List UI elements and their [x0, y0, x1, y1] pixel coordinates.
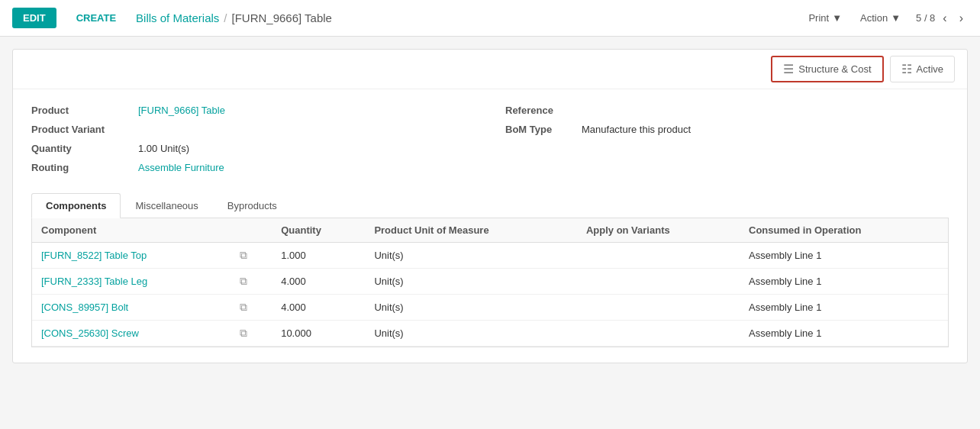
card-body: Product [FURN_9666] Table Product Varian…: [13, 89, 967, 363]
product-label: Product: [31, 105, 138, 116]
variants-cell: [577, 321, 740, 347]
table-header-row: Component Quantity Product Unit of Measu…: [32, 218, 948, 243]
pager-next-button[interactable]: ›: [955, 10, 968, 27]
breadcrumb: Bills of Materials / [FURN_9666] Table: [136, 11, 793, 24]
component-cell[interactable]: [FURN_8522] Table Top: [32, 243, 230, 269]
form-left-col: Product [FURN_9666] Table Product Varian…: [31, 105, 475, 181]
table-row[interactable]: [CONS_89957] Bolt ⧉ 4.000 Unit(s) Assemb…: [32, 295, 948, 321]
operation-cell: Assembly Line 1: [740, 295, 948, 321]
tab-byproducts[interactable]: Byproducts: [213, 193, 292, 218]
copy-icon[interactable]: ⧉: [240, 301, 247, 313]
col-variants: Apply on Variants: [577, 218, 740, 243]
pager-prev-button[interactable]: ‹: [938, 10, 951, 27]
bom-type-value: Manufacture this product: [582, 124, 691, 135]
quantity-cell: 1.000: [272, 243, 365, 269]
structure-cost-label: Structure & Cost: [798, 63, 871, 75]
routing-label: Routing: [31, 162, 138, 173]
product-value[interactable]: [FURN_9666] Table: [138, 105, 225, 116]
form-right-col: Reference BoM Type Manufacture this prod…: [505, 105, 949, 181]
action-chevron-icon: ▼: [891, 12, 901, 24]
table-row[interactable]: [CONS_25630] Screw ⧉ 10.000 Unit(s) Asse…: [32, 321, 948, 347]
product-row: Product [FURN_9666] Table: [31, 105, 475, 116]
variants-cell: [577, 269, 740, 295]
routing-row: Routing Assemble Furniture: [31, 162, 475, 173]
print-chevron-icon: ▼: [832, 12, 842, 24]
uom-cell: Unit(s): [365, 321, 577, 347]
tabs-bar: Components Miscellaneous Byproducts: [31, 193, 949, 218]
print-button[interactable]: Print ▼: [802, 9, 848, 27]
active-button[interactable]: ☷ Active: [890, 56, 955, 82]
uom-cell: Unit(s): [365, 243, 577, 269]
col-quantity: Quantity: [272, 218, 365, 243]
pager-text: 5 / 8: [916, 12, 935, 24]
form-section: Product [FURN_9666] Table Product Varian…: [31, 105, 949, 181]
uom-cell: Unit(s): [365, 295, 577, 321]
variant-row: Product Variant: [31, 124, 475, 135]
col-component: Component: [32, 218, 230, 243]
col-copy: [230, 218, 272, 243]
col-uom: Product Unit of Measure: [365, 218, 577, 243]
quantity-cell: 4.000: [272, 295, 365, 321]
tab-miscellaneous[interactable]: Miscellaneous: [121, 193, 212, 218]
operation-cell: Assembly Line 1: [740, 269, 948, 295]
breadcrumb-current: [FURN_9666] Table: [231, 11, 331, 24]
reference-row: Reference: [505, 105, 949, 116]
variant-label: Product Variant: [31, 124, 138, 135]
quantity-cell: 10.000: [272, 321, 365, 347]
lines-icon: ☰: [783, 62, 794, 76]
structure-cost-button[interactable]: ☰ Structure & Cost: [771, 56, 883, 82]
copy-cell[interactable]: ⧉: [230, 243, 272, 269]
tab-components[interactable]: Components: [31, 193, 121, 218]
copy-icon[interactable]: ⧉: [240, 327, 247, 339]
col-operation: Consumed in Operation: [740, 218, 948, 243]
bom-type-row: BoM Type Manufacture this product: [505, 124, 949, 135]
copy-cell[interactable]: ⧉: [230, 321, 272, 347]
bom-card: ☰ Structure & Cost ☷ Active Product [FUR…: [12, 49, 968, 363]
copy-icon[interactable]: ⧉: [240, 249, 247, 261]
pager: 5 / 8 ‹ ›: [916, 10, 968, 27]
routing-value[interactable]: Assemble Furniture: [138, 162, 224, 173]
operation-cell: Assembly Line 1: [740, 321, 948, 347]
operation-cell: Assembly Line 1: [740, 243, 948, 269]
edit-button[interactable]: EDIT: [12, 8, 56, 28]
bom-type-label: BoM Type: [505, 124, 582, 135]
copy-cell[interactable]: ⧉: [230, 269, 272, 295]
components-table: Component Quantity Product Unit of Measu…: [32, 218, 948, 347]
quantity-value: 1.00 Unit(s): [138, 143, 189, 154]
print-label: Print: [808, 12, 829, 24]
table-row[interactable]: [FURN_2333] Table Leg ⧉ 4.000 Unit(s) As…: [32, 269, 948, 295]
card-top: ☰ Structure & Cost ☷ Active: [13, 50, 967, 89]
action-label: Action: [860, 12, 888, 24]
component-cell[interactable]: [CONS_89957] Bolt: [32, 295, 230, 321]
components-table-container: Component Quantity Product Unit of Measu…: [31, 218, 949, 347]
active-label: Active: [917, 63, 943, 75]
copy-icon[interactable]: ⧉: [240, 275, 247, 287]
breadcrumb-separator: /: [224, 11, 227, 24]
uom-cell: Unit(s): [365, 269, 577, 295]
reference-label: Reference: [505, 105, 582, 116]
toolbar-center: Print ▼ Action ▼: [802, 9, 907, 27]
component-cell[interactable]: [CONS_25630] Screw: [32, 321, 230, 347]
main-content: ☰ Structure & Cost ☷ Active Product [FUR…: [0, 37, 980, 376]
quantity-cell: 4.000: [272, 269, 365, 295]
copy-cell[interactable]: ⧉: [230, 295, 272, 321]
breadcrumb-parent[interactable]: Bills of Materials: [136, 11, 219, 24]
table-row[interactable]: [FURN_8522] Table Top ⧉ 1.000 Unit(s) As…: [32, 243, 948, 269]
create-button[interactable]: CREATE: [66, 8, 127, 28]
table-icon: ☷: [901, 62, 912, 76]
quantity-row: Quantity 1.00 Unit(s): [31, 143, 475, 154]
top-bar: EDIT CREATE Bills of Materials / [FURN_9…: [0, 0, 980, 37]
quantity-label: Quantity: [31, 143, 138, 154]
variants-cell: [577, 295, 740, 321]
variants-cell: [577, 243, 740, 269]
action-button[interactable]: Action ▼: [854, 9, 907, 27]
component-cell[interactable]: [FURN_2333] Table Leg: [32, 269, 230, 295]
